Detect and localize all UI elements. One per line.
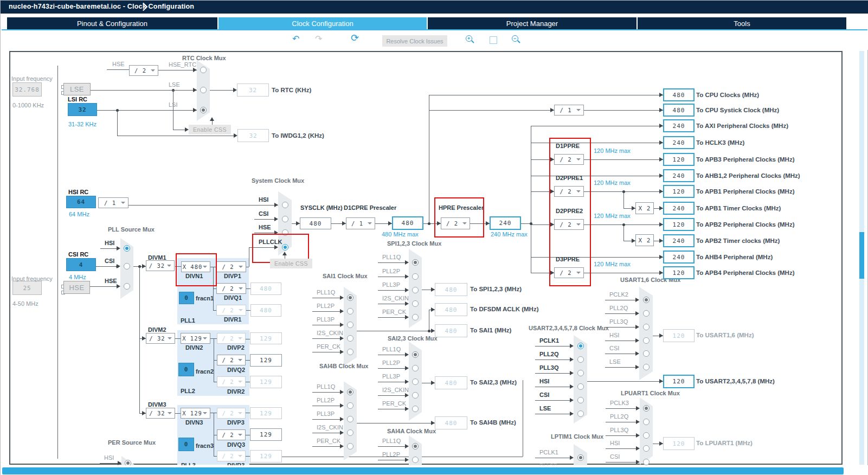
spi123-clock-mux-radio-0[interactable] [412,259,419,266]
output-value-box[interactable]: 480 [663,104,695,117]
usart2345-clock-mux-radio-0[interactable] [577,343,584,349]
ppre-items-1-div-dropdown[interactable]: / 2 [554,186,584,197]
pll-source-mux-radio-0[interactable] [124,245,130,252]
ppre-items-2-div-dropdown[interactable]: / 2 [554,219,584,230]
horizontal-scrollbar[interactable] [2,467,844,474]
rtc-div-dropdown[interactable]: / 2 [129,65,158,76]
sys-d1cpre_out-box[interactable]: 480 [392,216,423,230]
pll-source-mux-radio-2[interactable] [124,283,130,290]
sai1-clock-mux-radio-0[interactable] [347,294,353,301]
sai4b-clock-mux-radio-0[interactable] [347,389,353,395]
output-value-box[interactable]: 240 [663,234,695,247]
lptim1-clock-mux-radio-0[interactable] [577,454,584,461]
pll1-divm-dropdown[interactable]: / 32 [146,260,175,271]
usart16-clock-mux-radio-5[interactable] [643,364,650,370]
pll3-divm-dropdown[interactable]: / 32 [146,408,175,419]
usart2345-clock-mux-radio-2[interactable] [577,370,584,376]
pll3-divn-dropdown[interactable]: X 129 [181,408,210,419]
sai1-clock-mux-radio-2[interactable] [347,322,353,328]
sys-systick_div-dropdown[interactable]: / 1 [554,105,584,115]
pll1-p-div-dropdown[interactable]: / 2 [216,261,246,272]
periph-usart2-out_value-box[interactable]: 120 [663,375,695,388]
usart16-clock-mux-radio-4[interactable] [643,350,650,357]
system-clock-mux-radio-1[interactable] [282,216,288,222]
pll3-q-out-box[interactable]: 129 [250,428,282,441]
output-value-box[interactable]: 240 [663,119,695,132]
sources-input_freq_bottom-value-box[interactable]: 25 [12,281,42,295]
output-value-box[interactable]: 240 [663,251,695,264]
pll1-fracn-box[interactable]: 0 [179,292,194,304]
pll2-divn-dropdown[interactable]: X 129 [181,333,210,344]
sources-hsi-value-box[interactable]: 64 [66,196,96,208]
pll2-divm-dropdown[interactable]: / 32 [146,333,175,344]
sai4b-clock-mux-radio-4[interactable] [347,443,353,450]
sai4b-clock-mux-radio-3[interactable] [347,429,353,436]
usart2345-clock-mux-radio-3[interactable] [577,383,584,390]
lpuart1-clock-mux-radio-1[interactable] [643,419,650,425]
ppre-x2-box[interactable]: X 2 [635,234,654,246]
sys-hpre-dropdown[interactable]: / 2 [441,217,470,229]
sai4b-clock-mux-radio-1[interactable] [347,402,353,409]
spi123-clock-mux-radio-4[interactable] [412,314,419,320]
ppre-items-3-div-dropdown[interactable]: / 2 [554,267,584,278]
sai23-clock-mux-radio-2[interactable] [412,378,419,385]
rtc-clock-mux-radio-1[interactable] [200,87,207,93]
output-value-box[interactable]: 240 [663,136,695,149]
sai4a-clock-mux-radio-1[interactable] [412,457,419,463]
output-value-box[interactable]: 120 [663,185,695,198]
rtc-enable-css-button[interactable]: Enable CSS [189,125,231,134]
usart2345-clock-mux-radio-1[interactable] [577,356,584,363]
pll2-fracn-box[interactable]: 0 [178,363,194,376]
pll1-q-div-dropdown[interactable]: / 2 [216,283,246,294]
spi123-clock-mux-radio-1[interactable] [412,273,419,280]
pll2-q-out-box[interactable]: 129 [250,354,282,367]
sai1-clock-mux-radio-1[interactable] [347,308,353,314]
ppre-x2-box[interactable]: X 2 [635,202,654,214]
sai23-clock-mux-radio-3[interactable] [412,392,419,399]
sys-d1cpre-dropdown[interactable]: / 1 [346,217,375,229]
pll-source-mux-radio-1[interactable] [124,263,130,269]
spi123-clock-mux-radio-3[interactable] [412,300,419,307]
sources-hsi-div-dropdown[interactable]: / 1 [98,197,128,208]
sai1-clock-mux-radio-4[interactable] [347,349,353,355]
lpuart1-clock-mux-radio-2[interactable] [643,432,650,439]
sai23-clock-mux-radio-4[interactable] [412,406,419,412]
output-value-box[interactable]: 120 [663,266,695,279]
pll3-q-div-dropdown[interactable]: / 2 [217,429,246,440]
system-clock-mux-radio-0[interactable] [282,202,288,208]
rtc-clock-mux-radio-2[interactable] [200,107,207,113]
sys-sysclk-box[interactable]: 480 [300,217,331,229]
system-clock-mux-radio-3[interactable] [282,244,288,251]
output-value-box[interactable]: 480 [663,88,695,101]
pll2-q-div-dropdown[interactable]: / 2 [217,355,246,365]
sai23-clock-mux-radio-1[interactable] [412,365,419,371]
sai1-clock-mux-radio-3[interactable] [347,335,353,342]
usart2345-clock-mux-radio-4[interactable] [577,397,584,403]
pll1-divn-dropdown[interactable]: X 480 [181,261,210,272]
sources-lsi-value-box[interactable]: 32 [68,103,97,116]
usart16-clock-mux-radio-3[interactable] [643,337,650,344]
sai4a-clock-mux-radio-0[interactable] [412,443,419,450]
lpuart1-clock-mux-radio-0[interactable] [643,405,650,412]
lpuart1-clock-mux-radio-3[interactable] [643,445,650,452]
usart16-clock-mux-radio-0[interactable] [643,297,650,303]
sys-hpre_out-box[interactable]: 240 [490,216,521,230]
pll3-fracn-box[interactable]: 0 [178,438,194,451]
usart16-clock-mux-radio-2[interactable] [643,324,650,330]
system-clock-mux-radio-2[interactable] [282,229,288,236]
sai23-clock-mux-radio-0[interactable] [412,351,419,358]
output-value-box[interactable]: 120 [663,153,695,166]
usart2345-clock-mux-radio-5[interactable] [577,410,584,417]
lpuart1-clock-mux-radio-4[interactable] [643,459,650,465]
output-value-box[interactable]: 240 [663,169,695,182]
vertical-scrollbar-thumb[interactable] [859,232,864,279]
rtc-clock-mux-radio-0[interactable] [200,67,207,73]
sources-csi-value-box[interactable]: 4 [66,258,96,271]
usart16-clock-mux-radio-1[interactable] [643,310,650,317]
output-value-box[interactable]: 240 [663,202,695,215]
output-value-box[interactable]: 120 [663,218,695,231]
spi123-clock-mux-radio-2[interactable] [412,287,419,293]
sources-input_freq_top-value-box[interactable]: 32.768 [12,82,42,97]
sai4b-clock-mux-radio-2[interactable] [347,416,353,422]
ppre-items-0-div-dropdown[interactable]: / 2 [554,154,584,165]
